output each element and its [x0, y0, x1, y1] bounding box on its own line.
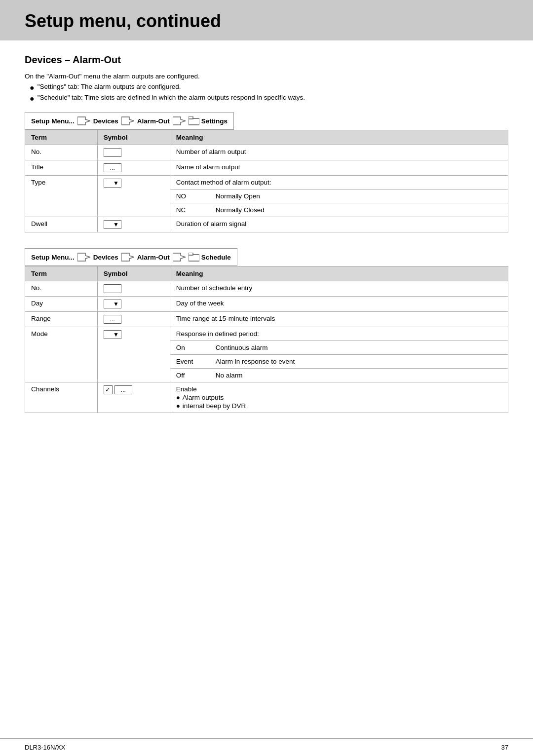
term-range: Range — [25, 312, 98, 327]
term-channels: Channels — [25, 382, 98, 413]
table-1: Term Symbol Meaning No. Number of alarm … — [25, 130, 508, 232]
term-title-1: Title — [25, 160, 98, 176]
symbol-channels: ✓ ... — [97, 382, 170, 413]
svg-marker-2 — [173, 117, 186, 125]
nav-alarm-out-2: Alarm-Out — [137, 254, 170, 261]
dropdown-day: ▼ — [104, 300, 121, 308]
nav-alarm-out-1: Alarm-Out — [137, 117, 170, 125]
mode-on-desc: Continuous alarm — [216, 344, 268, 351]
bullet-text-1: "Settings" tab: The alarm outputs are co… — [38, 83, 181, 90]
arrow-icon-2a — [77, 252, 90, 262]
checkbox-dots-channels: ✓ ... — [104, 385, 132, 394]
box-dots-title1: ... — [104, 163, 121, 172]
nav-devices-2: Devices — [93, 254, 118, 261]
nav-folder-schedule: Schedule — [189, 253, 231, 262]
svg-marker-6 — [121, 253, 134, 261]
section-title: Devices – Alarm-Out — [25, 54, 508, 66]
bullet-dot-1: ● — [30, 83, 35, 92]
bullet-1: ● "Settings" tab: The alarm outputs are … — [30, 83, 508, 92]
meaning-no-1: Number of alarm output — [170, 145, 508, 160]
breadcrumb-2-wrapper: Setup Menu... Devices Alarm-Out — [25, 248, 508, 266]
table-row: Range ... Time range at 15-minute interv… — [25, 312, 508, 327]
table-row: No. Number of schedule entry — [25, 281, 508, 297]
mode-off-code: Off — [176, 372, 206, 379]
mode-off-row: Off No alarm — [176, 372, 502, 379]
table1-header-meaning: Meaning — [170, 130, 508, 145]
svg-marker-5 — [77, 253, 90, 261]
type-no-row: NO Normally Open — [176, 192, 502, 200]
symbol-dwell: ▼ — [97, 217, 170, 232]
channels-beep: internal beep by DVR — [183, 402, 246, 410]
term-day: Day — [25, 297, 98, 312]
table2-header-meaning: Meaning — [170, 266, 508, 281]
breadcrumb-1-wrapper: Setup Menu... Devices Alarm-Out — [25, 112, 508, 130]
mode-off-desc: No alarm — [216, 372, 243, 379]
channels-bullet-dot-2: ● — [176, 402, 180, 410]
table-row: No. Number of alarm output — [25, 145, 508, 160]
table-row: Mode ▼ Response in defined period: — [25, 327, 508, 341]
type-no-desc: Normally Open — [216, 192, 260, 200]
box-empty-no1 — [104, 148, 121, 157]
table-row: Type ▼ Contact method of alarm output: — [25, 176, 508, 189]
footer-bar: DLR3-16N/XX 37 — [0, 738, 533, 756]
page-title: Setup menu, continued — [25, 11, 508, 32]
svg-marker-0 — [77, 117, 90, 125]
svg-marker-1 — [121, 117, 134, 125]
meaning-no-2: Number of schedule entry — [170, 281, 508, 297]
footer-right: 37 — [501, 744, 508, 751]
meaning-mode-off: Off No alarm — [170, 369, 508, 382]
nav-setup-menu-2: Setup Menu... — [31, 254, 75, 261]
svg-rect-3 — [189, 118, 199, 125]
page-wrapper: Setup menu, continued Devices – Alarm-Ou… — [0, 0, 533, 756]
meaning-type-nc: NC Normally Closed — [170, 203, 508, 217]
mode-event-row: Event Alarm in response to event — [176, 358, 502, 365]
channels-enable: Enable — [176, 385, 502, 393]
nav-setup-menu-1: Setup Menu... — [31, 117, 75, 125]
meaning-mode-event: Event Alarm in response to event — [170, 355, 508, 369]
table-row: Channels ✓ ... Enable ● Alarm outputs — [25, 382, 508, 413]
arrow-icon-1c — [173, 116, 186, 126]
meaning-channels: Enable ● Alarm outputs ● internal beep b… — [170, 382, 508, 413]
svg-rect-8 — [189, 255, 199, 261]
bullet-dot-2: ● — [30, 94, 35, 103]
breadcrumb-1: Setup Menu... Devices Alarm-Out — [25, 112, 234, 130]
symbol-title-1: ... — [97, 160, 170, 176]
type-no-code: NO — [176, 192, 206, 200]
folder-icon-2 — [189, 253, 199, 262]
type-nc-code: NC — [176, 206, 206, 214]
meaning-range: Time range at 15-minute intervals — [170, 312, 508, 327]
meaning-dwell: Duration of alarm signal — [170, 217, 508, 232]
table-row: Title ... Name of alarm output — [25, 160, 508, 176]
box-dots-channels: ... — [114, 385, 132, 394]
svg-rect-9 — [189, 253, 193, 255]
mode-event-desc: Alarm in response to event — [216, 358, 295, 365]
bullet-2: ● "Schedule" tab: Time slots are defined… — [30, 94, 508, 103]
symbol-no-2 — [97, 281, 170, 297]
table1-header-term: Term — [25, 130, 98, 145]
type-nc-row: NC Normally Closed — [176, 206, 502, 214]
term-no-2: No. — [25, 281, 98, 297]
mode-on-code: On — [176, 344, 206, 351]
intro-text: On the "Alarm-Out" menu the alarm output… — [25, 73, 508, 80]
symbol-type-1: ▼ — [97, 176, 170, 217]
meaning-mode-header: Response in defined period: — [170, 327, 508, 341]
channels-bullet-2: ● internal beep by DVR — [176, 402, 502, 410]
svg-rect-4 — [189, 116, 193, 119]
nav-settings-label: Settings — [201, 117, 228, 125]
symbol-day: ▼ — [97, 297, 170, 312]
folder-icon-1 — [189, 116, 199, 125]
table2-header-symbol: Symbol — [97, 266, 170, 281]
table-2: Term Symbol Meaning No. Number of schedu… — [25, 266, 508, 413]
nav-devices-1: Devices — [93, 117, 118, 125]
table-row: Dwell ▼ Duration of alarm signal — [25, 217, 508, 232]
table2-header-term: Term — [25, 266, 98, 281]
symbol-mode: ▼ — [97, 327, 170, 382]
term-type-1: Type — [25, 176, 98, 217]
mode-on-row: On Continuous alarm — [176, 344, 502, 351]
dropdown-dwell: ▼ — [104, 220, 121, 229]
meaning-mode-on: On Continuous alarm — [170, 341, 508, 355]
nav-folder-settings: Settings — [189, 116, 228, 125]
mode-event-code: Event — [176, 358, 206, 365]
channels-bullet-dot-1: ● — [176, 394, 180, 401]
term-dwell: Dwell — [25, 217, 98, 232]
